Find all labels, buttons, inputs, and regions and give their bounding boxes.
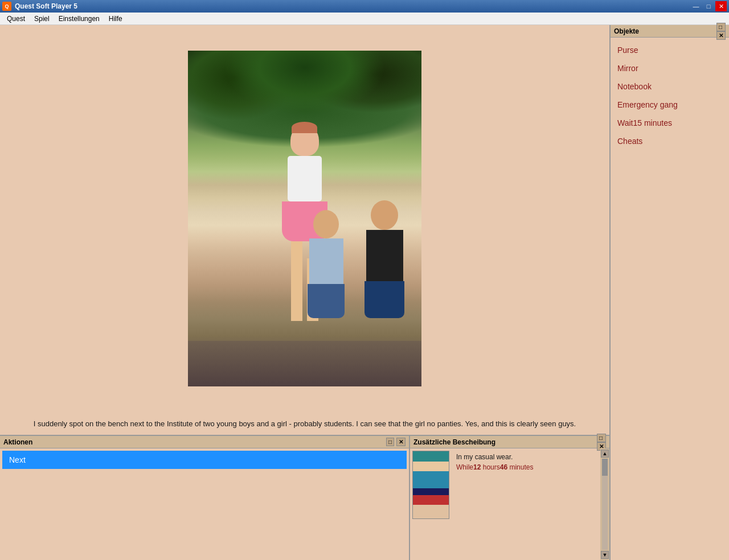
objekte-controls: □ ✕ xyxy=(716,23,726,40)
aktionen-title: Aktionen xyxy=(3,438,32,446)
scroll-down-arrow[interactable]: ▼ xyxy=(601,551,609,559)
app-icon: Q xyxy=(2,2,11,11)
aktionen-header: Aktionen □ ✕ xyxy=(0,436,409,448)
aktionen-controls: □ ✕ xyxy=(386,438,406,446)
zusaetzliche-resize-btn[interactable]: □ xyxy=(597,434,606,442)
right-panel: Objekte □ ✕ Purse Mirror Notebook Emerge… xyxy=(609,25,729,560)
game-area: I suddenly spot on the bench next to the… xyxy=(0,25,609,560)
game-content: I suddenly spot on the bench next to the… xyxy=(0,25,609,435)
objekte-item-emergency-gang[interactable]: Emergency gang xyxy=(615,96,724,114)
zusaetzliche-controls: □ ✕ xyxy=(597,434,606,451)
zusaetzliche-title: Zusätzliche Bescheibung xyxy=(413,438,495,446)
title-bar: Q Quest Soft Player 5 — □ ✕ xyxy=(0,0,729,13)
window-title: Quest Soft Player 5 xyxy=(15,2,77,10)
scroll-track xyxy=(602,459,608,550)
objekte-content: Purse Mirror Notebook Emergency gang Wai… xyxy=(611,38,729,560)
narrative-content: I suddenly spot on the bench next to the… xyxy=(34,419,576,428)
scene-image xyxy=(188,51,421,386)
menu-spiel[interactable]: Spiel xyxy=(30,14,54,24)
aktionen-content: Next xyxy=(0,448,409,560)
menu-einstellungen[interactable]: Einstellungen xyxy=(54,14,104,24)
objekte-item-notebook[interactable]: Notebook xyxy=(615,77,724,96)
menu-quest[interactable]: Quest xyxy=(2,14,30,24)
menu-hilfe[interactable]: Hilfe xyxy=(104,14,127,24)
char-desc-main: In my casual wear. xyxy=(456,453,533,461)
char-desc-sub: While12 hours46 minutes xyxy=(456,463,533,471)
objekte-header: Objekte □ ✕ xyxy=(611,25,729,38)
narrative-text: I suddenly spot on the bench next to the… xyxy=(17,413,593,435)
scene-image-container xyxy=(182,25,427,413)
objekte-title: Objekte xyxy=(614,27,639,35)
aktionen-resize-btn[interactable]: □ xyxy=(386,438,394,446)
menu-bar: Quest Spiel Einstellungen Hilfe xyxy=(0,13,729,25)
maximize-button[interactable]: □ xyxy=(703,1,714,11)
objekte-item-cheats[interactable]: Cheats xyxy=(615,132,724,150)
zusaetzliche-panel: Zusätzliche Bescheibung □ ✕ In my casual… xyxy=(410,436,609,560)
objekte-panel: Objekte □ ✕ Purse Mirror Notebook Emerge… xyxy=(609,25,729,560)
scroll-up-arrow[interactable]: ▲ xyxy=(601,450,609,458)
window-controls: — □ ✕ xyxy=(690,1,727,11)
zusaetzliche-header: Zusätzliche Bescheibung □ ✕ xyxy=(410,436,609,448)
next-button[interactable]: Next xyxy=(2,451,407,469)
window-title-group: Q Quest Soft Player 5 xyxy=(2,2,77,11)
main-area: I suddenly spot on the bench next to the… xyxy=(0,25,729,560)
objekte-item-mirror[interactable]: Mirror xyxy=(615,59,724,77)
zusaetzliche-scrollbar: ▲ ▼ xyxy=(600,448,609,560)
bottom-panels: Aktionen □ ✕ Next Zusätzliche Bescheibun… xyxy=(0,435,609,560)
aktionen-close-btn[interactable]: ✕ xyxy=(396,438,406,446)
minimize-button[interactable]: — xyxy=(690,1,702,11)
close-button[interactable]: ✕ xyxy=(715,1,727,11)
objekte-item-wait15[interactable]: Wait15 minutes xyxy=(615,114,724,132)
scroll-thumb xyxy=(602,459,608,476)
objekte-item-purse[interactable]: Purse xyxy=(615,41,724,59)
zusaetzliche-content: In my casual wear. While12 hours46 minut… xyxy=(410,448,609,560)
char-description: In my casual wear. While12 hours46 minut… xyxy=(454,451,535,558)
aktionen-panel: Aktionen □ ✕ Next xyxy=(0,436,410,560)
objekte-resize-btn[interactable]: □ xyxy=(716,23,726,31)
character-portrait xyxy=(412,451,449,519)
